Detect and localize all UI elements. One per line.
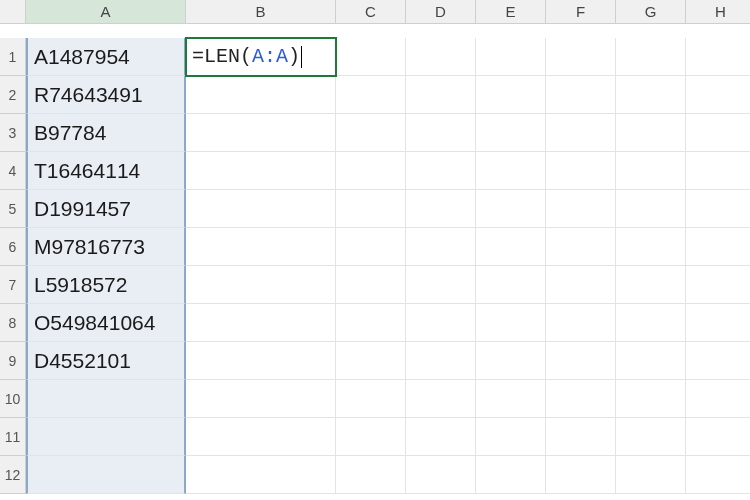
cell-H9[interactable] [686,342,750,380]
cell-D4[interactable] [406,152,476,190]
cell-C12[interactable] [336,456,406,494]
cell-E6[interactable] [476,228,546,266]
cell-E2[interactable] [476,76,546,114]
cell-C3[interactable] [336,114,406,152]
col-header-D[interactable]: D [406,0,476,24]
cell-C4[interactable] [336,152,406,190]
cell-F5[interactable] [546,190,616,228]
row-header-11[interactable]: 11 [0,418,26,456]
cell-B11[interactable] [186,418,336,456]
row-header-1[interactable]: 1 [0,38,26,76]
cell-D5[interactable] [406,190,476,228]
cell-A3[interactable]: B97784 [26,114,186,152]
cell-D8[interactable] [406,304,476,342]
cell-B9[interactable] [186,342,336,380]
cell-G1[interactable] [616,38,686,76]
row-header-10[interactable]: 10 [0,380,26,418]
cell-A5[interactable]: D1991457 [26,190,186,228]
row-header-3[interactable]: 3 [0,114,26,152]
cell-D2[interactable] [406,76,476,114]
cell-D12[interactable] [406,456,476,494]
cell-A9[interactable]: D4552101 [26,342,186,380]
col-header-H[interactable]: H [686,0,750,24]
cell-E9[interactable] [476,342,546,380]
row-header-2[interactable]: 2 [0,76,26,114]
cell-G11[interactable] [616,418,686,456]
cell-A2[interactable]: R74643491 [26,76,186,114]
cell-B8[interactable] [186,304,336,342]
cell-D6[interactable] [406,228,476,266]
row-header-5[interactable]: 5 [0,190,26,228]
cell-G10[interactable] [616,380,686,418]
cell-B12[interactable] [186,456,336,494]
cell-B3[interactable] [186,114,336,152]
cell-B10[interactable] [186,380,336,418]
cell-D7[interactable] [406,266,476,304]
col-header-C[interactable]: C [336,0,406,24]
cell-F7[interactable] [546,266,616,304]
cell-B4[interactable] [186,152,336,190]
cell-E3[interactable] [476,114,546,152]
cell-H8[interactable] [686,304,750,342]
cell-H11[interactable] [686,418,750,456]
cell-G7[interactable] [616,266,686,304]
cell-H4[interactable] [686,152,750,190]
cell-A1[interactable]: A1487954 [26,38,186,76]
cell-E11[interactable] [476,418,546,456]
cell-B6[interactable] [186,228,336,266]
cell-C9[interactable] [336,342,406,380]
col-header-G[interactable]: G [616,0,686,24]
cell-E10[interactable] [476,380,546,418]
cell-C11[interactable] [336,418,406,456]
cell-E5[interactable] [476,190,546,228]
cell-B1[interactable]: =LEN(A:A) [186,38,336,76]
cell-G8[interactable] [616,304,686,342]
cell-A10[interactable] [26,380,186,418]
cell-G3[interactable] [616,114,686,152]
cell-C10[interactable] [336,380,406,418]
cell-E4[interactable] [476,152,546,190]
cell-F2[interactable] [546,76,616,114]
cell-A4[interactable]: T16464114 [26,152,186,190]
col-header-E[interactable]: E [476,0,546,24]
cell-F6[interactable] [546,228,616,266]
cell-A8[interactable]: O549841064 [26,304,186,342]
cell-C8[interactable] [336,304,406,342]
cell-H10[interactable] [686,380,750,418]
cell-H12[interactable] [686,456,750,494]
cell-H2[interactable] [686,76,750,114]
cell-D1[interactable] [406,38,476,76]
cell-A7[interactable]: L5918572 [26,266,186,304]
cell-G2[interactable] [616,76,686,114]
cell-A6[interactable]: M97816773 [26,228,186,266]
cell-C6[interactable] [336,228,406,266]
cell-B5[interactable] [186,190,336,228]
row-header-4[interactable]: 4 [0,152,26,190]
cell-D10[interactable] [406,380,476,418]
col-header-A[interactable]: A [26,0,186,24]
col-header-B[interactable]: B [186,0,336,24]
cell-B2[interactable] [186,76,336,114]
cell-B7[interactable] [186,266,336,304]
cell-F8[interactable] [546,304,616,342]
cell-C2[interactable] [336,76,406,114]
row-header-8[interactable]: 8 [0,304,26,342]
cell-F3[interactable] [546,114,616,152]
cell-G4[interactable] [616,152,686,190]
cell-G5[interactable] [616,190,686,228]
row-header-6[interactable]: 6 [0,228,26,266]
cell-H6[interactable] [686,228,750,266]
row-header-7[interactable]: 7 [0,266,26,304]
cell-D3[interactable] [406,114,476,152]
cell-G12[interactable] [616,456,686,494]
cell-E12[interactable] [476,456,546,494]
cell-G6[interactable] [616,228,686,266]
cell-E7[interactable] [476,266,546,304]
cell-F1[interactable] [546,38,616,76]
cell-D11[interactable] [406,418,476,456]
row-header-12[interactable]: 12 [0,456,26,494]
select-all-corner[interactable] [0,0,26,24]
cell-C5[interactable] [336,190,406,228]
cell-D9[interactable] [406,342,476,380]
cell-H7[interactable] [686,266,750,304]
